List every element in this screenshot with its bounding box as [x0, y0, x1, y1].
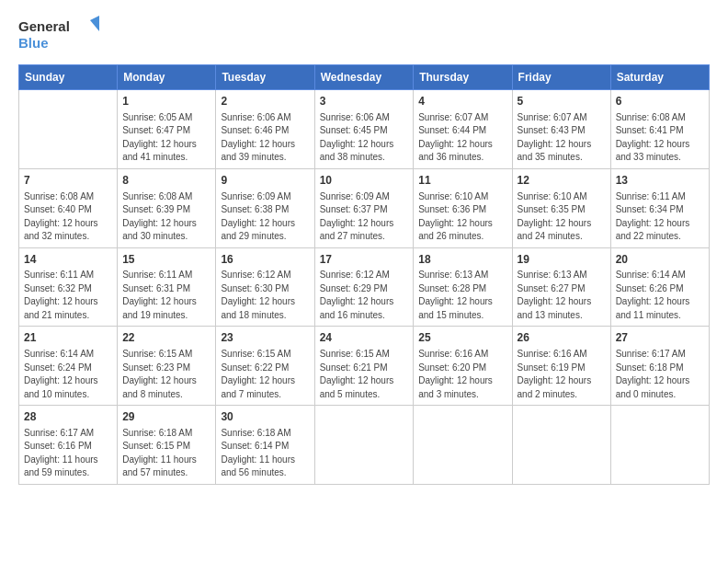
day-number: 11 [418, 173, 506, 189]
calendar-table: SundayMondayTuesdayWednesdayThursdayFrid… [18, 64, 710, 485]
day-number: 21 [24, 330, 112, 346]
day-number: 26 [518, 330, 606, 346]
calendar-week-4: 28Sunrise: 6:17 AM Sunset: 6:16 PM Dayli… [19, 406, 710, 485]
calendar-cell: 25Sunrise: 6:16 AM Sunset: 6:20 PM Dayli… [414, 327, 512, 406]
header-day-monday: Monday [118, 65, 216, 90]
calendar-cell: 4Sunrise: 6:07 AM Sunset: 6:44 PM Daylig… [414, 90, 512, 169]
calendar-cell: 21Sunrise: 6:14 AM Sunset: 6:24 PM Dayli… [19, 327, 118, 406]
calendar-cell: 19Sunrise: 6:13 AM Sunset: 6:27 PM Dayli… [512, 247, 610, 327]
day-number: 15 [122, 252, 210, 268]
day-number: 27 [616, 330, 704, 346]
calendar-week-0: 1Sunrise: 6:05 AM Sunset: 6:47 PM Daylig… [19, 90, 710, 169]
day-number: 28 [24, 409, 112, 425]
day-number: 1 [122, 94, 210, 109]
day-number: 30 [221, 409, 309, 425]
logo-svg: GeneralBlue [18, 15, 101, 55]
day-number: 3 [320, 94, 409, 109]
calendar-week-3: 21Sunrise: 6:14 AM Sunset: 6:24 PM Dayli… [19, 327, 710, 406]
calendar-cell: 16Sunrise: 6:12 AM Sunset: 6:30 PM Dayli… [216, 247, 314, 327]
page-header: GeneralBlue [18, 15, 710, 55]
day-info: Sunrise: 6:15 AM Sunset: 6:22 PM Dayligh… [221, 348, 309, 401]
calendar-cell: 12Sunrise: 6:10 AM Sunset: 6:35 PM Dayli… [512, 168, 610, 247]
day-number: 29 [122, 409, 210, 425]
day-number: 2 [221, 94, 309, 109]
day-info: Sunrise: 6:18 AM Sunset: 6:14 PM Dayligh… [221, 427, 309, 480]
calendar-cell: 23Sunrise: 6:15 AM Sunset: 6:22 PM Dayli… [216, 327, 314, 406]
day-number: 19 [518, 252, 606, 268]
day-number: 5 [518, 94, 606, 109]
day-number: 10 [320, 173, 409, 189]
day-info: Sunrise: 6:10 AM Sunset: 6:36 PM Dayligh… [418, 190, 506, 244]
day-info: Sunrise: 6:08 AM Sunset: 6:39 PM Dayligh… [122, 190, 210, 244]
day-number: 6 [616, 94, 704, 109]
day-number: 24 [320, 330, 409, 346]
calendar-cell: 2Sunrise: 6:06 AM Sunset: 6:46 PM Daylig… [216, 90, 314, 169]
calendar-cell: 15Sunrise: 6:11 AM Sunset: 6:31 PM Dayli… [118, 247, 216, 327]
day-info: Sunrise: 6:12 AM Sunset: 6:30 PM Dayligh… [221, 269, 309, 322]
header-day-sunday: Sunday [19, 65, 118, 90]
day-info: Sunrise: 6:17 AM Sunset: 6:16 PM Dayligh… [24, 427, 112, 480]
calendar-cell: 28Sunrise: 6:17 AM Sunset: 6:16 PM Dayli… [19, 406, 118, 485]
day-info: Sunrise: 6:09 AM Sunset: 6:37 PM Dayligh… [320, 190, 409, 244]
day-info: Sunrise: 6:14 AM Sunset: 6:26 PM Dayligh… [616, 269, 704, 322]
day-info: Sunrise: 6:08 AM Sunset: 6:40 PM Dayligh… [24, 190, 112, 244]
day-info: Sunrise: 6:15 AM Sunset: 6:23 PM Dayligh… [122, 348, 210, 401]
day-number: 12 [518, 173, 606, 189]
day-number: 9 [221, 173, 309, 189]
day-info: Sunrise: 6:16 AM Sunset: 6:20 PM Dayligh… [418, 348, 506, 401]
day-info: Sunrise: 6:05 AM Sunset: 6:47 PM Dayligh… [122, 111, 210, 165]
calendar-cell: 17Sunrise: 6:12 AM Sunset: 6:29 PM Dayli… [314, 247, 414, 327]
calendar-cell [19, 90, 118, 169]
header-day-thursday: Thursday [414, 65, 512, 90]
calendar-cell: 1Sunrise: 6:05 AM Sunset: 6:47 PM Daylig… [118, 90, 216, 169]
day-info: Sunrise: 6:11 AM Sunset: 6:31 PM Dayligh… [122, 269, 210, 322]
calendar-cell: 6Sunrise: 6:08 AM Sunset: 6:41 PM Daylig… [610, 90, 709, 169]
calendar-cell [314, 406, 414, 485]
calendar-cell: 11Sunrise: 6:10 AM Sunset: 6:36 PM Dayli… [414, 168, 512, 247]
calendar-cell [414, 406, 512, 485]
calendar-cell: 22Sunrise: 6:15 AM Sunset: 6:23 PM Dayli… [118, 327, 216, 406]
day-info: Sunrise: 6:11 AM Sunset: 6:32 PM Dayligh… [24, 269, 112, 322]
header-day-tuesday: Tuesday [216, 65, 314, 90]
calendar-cell [512, 406, 610, 485]
day-info: Sunrise: 6:14 AM Sunset: 6:24 PM Dayligh… [24, 348, 112, 401]
day-info: Sunrise: 6:10 AM Sunset: 6:35 PM Dayligh… [518, 190, 606, 244]
day-info: Sunrise: 6:09 AM Sunset: 6:38 PM Dayligh… [221, 190, 309, 244]
calendar-body: 1Sunrise: 6:05 AM Sunset: 6:47 PM Daylig… [19, 90, 710, 485]
day-info: Sunrise: 6:16 AM Sunset: 6:19 PM Dayligh… [518, 348, 606, 401]
calendar-cell [610, 406, 709, 485]
calendar-cell: 14Sunrise: 6:11 AM Sunset: 6:32 PM Dayli… [19, 247, 118, 327]
calendar-cell: 7Sunrise: 6:08 AM Sunset: 6:40 PM Daylig… [19, 168, 118, 247]
calendar-cell: 30Sunrise: 6:18 AM Sunset: 6:14 PM Dayli… [216, 406, 314, 485]
svg-text:Blue: Blue [18, 35, 49, 51]
day-number: 22 [122, 330, 210, 346]
day-number: 13 [616, 173, 704, 189]
calendar-cell: 10Sunrise: 6:09 AM Sunset: 6:37 PM Dayli… [314, 168, 414, 247]
day-info: Sunrise: 6:13 AM Sunset: 6:28 PM Dayligh… [418, 269, 506, 322]
day-number: 7 [24, 173, 112, 189]
calendar-cell: 9Sunrise: 6:09 AM Sunset: 6:38 PM Daylig… [216, 168, 314, 247]
day-number: 14 [24, 252, 112, 268]
header-row: SundayMondayTuesdayWednesdayThursdayFrid… [19, 65, 710, 90]
day-number: 20 [616, 252, 704, 268]
calendar-cell: 8Sunrise: 6:08 AM Sunset: 6:39 PM Daylig… [118, 168, 216, 247]
day-info: Sunrise: 6:15 AM Sunset: 6:21 PM Dayligh… [320, 348, 409, 401]
calendar-cell: 13Sunrise: 6:11 AM Sunset: 6:34 PM Dayli… [610, 168, 709, 247]
calendar-cell: 26Sunrise: 6:16 AM Sunset: 6:19 PM Dayli… [512, 327, 610, 406]
day-number: 16 [221, 252, 309, 268]
day-info: Sunrise: 6:07 AM Sunset: 6:44 PM Dayligh… [418, 111, 506, 165]
logo: GeneralBlue [18, 15, 101, 55]
day-info: Sunrise: 6:11 AM Sunset: 6:34 PM Dayligh… [616, 190, 704, 244]
calendar-cell: 18Sunrise: 6:13 AM Sunset: 6:28 PM Dayli… [414, 247, 512, 327]
day-number: 8 [122, 173, 210, 189]
day-info: Sunrise: 6:07 AM Sunset: 6:43 PM Dayligh… [518, 111, 606, 165]
calendar-week-1: 7Sunrise: 6:08 AM Sunset: 6:40 PM Daylig… [19, 168, 710, 247]
calendar-cell: 20Sunrise: 6:14 AM Sunset: 6:26 PM Dayli… [610, 247, 709, 327]
calendar-cell: 3Sunrise: 6:06 AM Sunset: 6:45 PM Daylig… [314, 90, 414, 169]
svg-marker-1 [90, 16, 99, 31]
calendar-cell: 29Sunrise: 6:18 AM Sunset: 6:15 PM Dayli… [118, 406, 216, 485]
calendar-cell: 5Sunrise: 6:07 AM Sunset: 6:43 PM Daylig… [512, 90, 610, 169]
header-day-wednesday: Wednesday [314, 65, 414, 90]
day-info: Sunrise: 6:08 AM Sunset: 6:41 PM Dayligh… [616, 111, 704, 165]
day-info: Sunrise: 6:17 AM Sunset: 6:18 PM Dayligh… [616, 348, 704, 401]
